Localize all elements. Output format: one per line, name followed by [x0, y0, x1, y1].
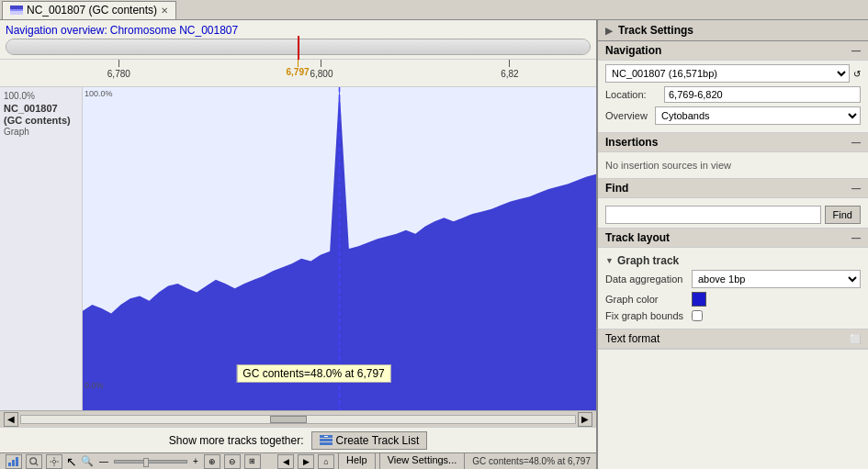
ruler-label-2: 6,800: [310, 69, 333, 79]
navigation-section-header[interactable]: Navigation —: [598, 41, 868, 61]
insertions-section: Insertions — No insertion sources in vie…: [598, 133, 868, 179]
chromosome-select[interactable]: NC_001807 (16,571bp): [605, 64, 850, 83]
show-more-label: Show more tracks together:: [169, 434, 304, 447]
no-source-text: No insertion sources in view: [605, 156, 861, 174]
svg-rect-7: [8, 463, 11, 466]
graph-track-subsection: ▼ Graph track: [605, 251, 861, 270]
status-text: GC contents=48.0% at 6,797: [472, 456, 591, 466]
track-layout-header[interactable]: Track layout —: [598, 229, 868, 248]
fit-button[interactable]: ⊞: [244, 454, 261, 469]
tool-graph-button[interactable]: [6, 454, 22, 469]
find-row: Find: [605, 206, 861, 224]
graph-color-row: Graph color: [605, 292, 861, 307]
fix-graph-checkbox[interactable]: [692, 310, 703, 321]
percent-high: 100.0%: [4, 91, 78, 101]
scroll-left-button[interactable]: ◀: [4, 412, 18, 427]
ruler-label-1: 6,780: [107, 69, 130, 79]
tool-settings-button[interactable]: [46, 454, 62, 469]
find-section-header[interactable]: Find —: [598, 179, 868, 198]
track-layout-section: Track layout — ▼ Graph track Data aggreg…: [598, 229, 868, 329]
percent-0: 0.0%: [85, 381, 104, 390]
back-button[interactable]: ◀: [277, 454, 294, 469]
svg-rect-5: [320, 442, 333, 445]
gc-graph: [83, 87, 596, 410]
location-input[interactable]: [664, 86, 861, 103]
graph-color-swatch[interactable]: [692, 292, 706, 307]
scroll-thumb[interactable]: [270, 416, 307, 423]
toolbar-right: ◀ ▶ ⌂ Help View Settings... GC contents=…: [277, 452, 591, 470]
nav-cursor: [298, 36, 299, 60]
data-aggregation-select[interactable]: above 1bp: [692, 270, 861, 288]
ruler-tick-2: 6,800: [310, 60, 333, 79]
track-area: 100.0% NC_001807 (GC contents) Graph: [0, 87, 596, 410]
ruler: 6,780 6,797 6,800 6,82: [0, 60, 596, 87]
tab-icon: [10, 6, 23, 15]
fix-graph-label: Fix graph bounds: [605, 310, 688, 321]
scroll-right-button[interactable]: ▶: [578, 412, 592, 427]
text-format-label: Text format: [605, 332, 659, 345]
text-format-expand-icon[interactable]: ⬜: [850, 334, 861, 344]
right-panel-header: ▶ Track Settings: [598, 20, 868, 41]
zoom-thumb[interactable]: [143, 458, 149, 467]
data-aggregation-row: Data aggregation above 1bp: [605, 270, 861, 288]
navigation-label: Navigation: [605, 44, 661, 57]
ruler-center-label: 6,797: [287, 67, 310, 77]
left-panel: Navigation overview: Chromosome NC_00180…: [0, 20, 597, 469]
gc-contents-tab[interactable]: NC_001807 (GC contents) ✕: [2, 1, 176, 19]
panel-arrow: ▶: [605, 26, 613, 36]
text-format-header[interactable]: Text format ⬜: [598, 329, 868, 349]
scrollbar: ◀ ▶: [0, 410, 596, 427]
svg-rect-6: [324, 436, 328, 437]
graph-track-arrow: ▼: [605, 256, 614, 265]
right-panel: ▶ Track Settings Navigation — NC_001807 …: [597, 20, 868, 469]
scroll-track[interactable]: [20, 415, 576, 424]
track-name: NC_001807 (GC contents): [4, 103, 78, 127]
find-section: Find — Find: [598, 179, 868, 229]
find-button[interactable]: Find: [825, 206, 861, 224]
navigation-collapse-icon[interactable]: —: [851, 46, 861, 56]
insertions-label: Insertions: [605, 136, 658, 149]
zoom-slider[interactable]: [114, 460, 187, 463]
create-track-list-label: Create Track List: [336, 434, 420, 447]
ruler-center: 6,797: [287, 60, 310, 77]
svg-point-10: [30, 457, 37, 463]
status-bar: ↖ 🔍 — + ⊕ ⊖ ⊞ ◀ ▶ ⌂ Help View Settin: [0, 452, 596, 469]
track-layout-collapse-icon[interactable]: —: [851, 233, 861, 243]
location-label: Location:: [605, 89, 660, 100]
svg-line-11: [36, 463, 39, 465]
view-settings-button[interactable]: View Settings...: [379, 452, 466, 470]
track-list-icon: [320, 435, 333, 446]
find-body: Find: [598, 198, 868, 228]
tool-zoom-button[interactable]: [26, 454, 42, 469]
svg-rect-4: [320, 439, 333, 441]
nav-bar[interactable]: [6, 39, 591, 55]
insertions-collapse-icon[interactable]: —: [851, 138, 861, 148]
nav-label: Navigation overview: Chromosome NC_00180…: [6, 24, 591, 37]
find-collapse-icon[interactable]: —: [851, 184, 861, 194]
navigation-body: NC_001807 (16,571bp) ↺ Location: Overvie…: [598, 61, 868, 132]
tab-bar: NC_001807 (GC contents) ✕: [0, 0, 868, 20]
graph-color-label: Graph color: [605, 294, 688, 305]
create-track-list-button[interactable]: Create Track List: [311, 431, 428, 450]
overview-label: Overview: [605, 110, 651, 121]
track-labels: 100.0% NC_001807 (GC contents) Graph: [0, 87, 83, 410]
navigation-overview: Navigation overview: Chromosome NC_00180…: [0, 20, 596, 60]
insertions-section-header[interactable]: Insertions —: [598, 133, 868, 152]
forward-button[interactable]: ▶: [298, 454, 314, 469]
find-input[interactable]: [605, 206, 821, 224]
track-canvas[interactable]: 100.0% 0.0% GC contents=48.0% at 6,797: [83, 87, 596, 410]
overview-select[interactable]: Cytobands: [655, 106, 861, 125]
ruler-tick-1: 6,780: [107, 60, 130, 79]
bottom-bar: Show more tracks together: Create Track …: [0, 427, 596, 452]
zoom-out-button[interactable]: ⊖: [224, 454, 241, 469]
graph-track-label: Graph track: [617, 254, 679, 267]
home-button[interactable]: ⌂: [318, 454, 334, 469]
zoom-in-button[interactable]: ⊕: [204, 454, 220, 469]
track-layout-label: Track layout: [605, 231, 670, 244]
location-row: Location:: [605, 86, 861, 103]
find-label: Find: [605, 182, 628, 195]
tab-close-button[interactable]: ✕: [161, 6, 168, 16]
zoom-icon: 🔍: [81, 455, 94, 467]
track-sub: Graph: [4, 127, 78, 137]
help-button[interactable]: Help: [338, 452, 376, 470]
